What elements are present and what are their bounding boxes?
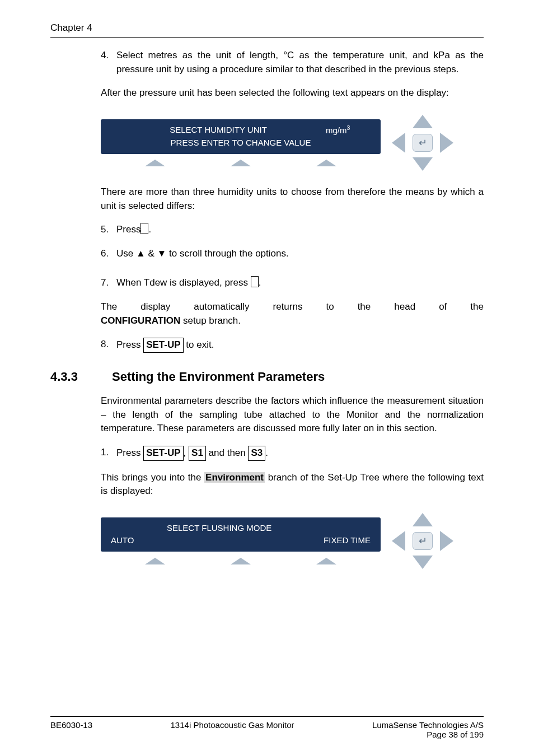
softkey-arrows (101, 558, 381, 564)
para-after-lcd1: There are more than three humidity units… (101, 185, 484, 213)
softkey-up-icon (145, 160, 165, 166)
section-heading: 4.3.3 Setting the Environment Parameters (50, 370, 484, 384)
lcd-line1-label: SELECT HUMIDITY UNIT (111, 124, 326, 137)
lcd-display-2: SELECT FLUSHING MODE AUTO FIXED TIME ↵ (101, 513, 484, 569)
footer-row: BE6030-13 1314i Photoacoustic Gas Monito… (50, 720, 484, 739)
body3: Environmental parameters describe the fa… (101, 394, 484, 498)
env-para2: This brings you into the Environment bra… (101, 471, 484, 498)
list-content: Press. (116, 223, 484, 237)
list-item-5: 5. Press. (101, 223, 484, 237)
lcd2-line1: SELECT FLUSHING MODE (144, 522, 371, 535)
lcd2-opt-right: FIXED TIME (324, 534, 371, 547)
list-content: When Tdew is displayed, press . (116, 276, 484, 290)
arrow-down-icon (413, 157, 433, 171)
softkey-up-icon (145, 558, 165, 564)
enter-key-icon (140, 223, 148, 234)
lcd-screen: SELECT HUMIDITY UNIT mg/m3 PRESS ENTER T… (101, 119, 381, 166)
lcd-display-1: SELECT HUMIDITY UNIT mg/m3 PRESS ENTER T… (101, 115, 484, 171)
env-para: Environmental parameters describe the fa… (101, 394, 484, 436)
arrow-right-icon (440, 133, 453, 153)
setup-key: SET-UP (143, 338, 183, 353)
softkey-arrows (101, 160, 381, 166)
dpad: ↵ (392, 115, 453, 171)
arrow-left-icon (392, 531, 405, 551)
setup-key: SET-UP (143, 446, 183, 461)
lcd-screen: SELECT FLUSHING MODE AUTO FIXED TIME (101, 517, 381, 564)
s1-key: S1 (189, 446, 206, 461)
header-rule (50, 37, 484, 38)
lcd2-line2: AUTO FIXED TIME (111, 534, 371, 547)
list-content: Use ▲ & ▼ to scroll through the options. (116, 247, 484, 261)
footer-rule (50, 716, 484, 717)
arrow-right-icon (440, 531, 453, 551)
list-num: 1. (101, 446, 116, 461)
arrow-left-icon (392, 133, 405, 153)
list-num: 6. (101, 247, 116, 261)
lcd-line1: SELECT HUMIDITY UNIT mg/m3 (111, 124, 371, 137)
lcd-dark-area: SELECT FLUSHING MODE AUTO FIXED TIME (101, 517, 381, 552)
list-item-1b: 1. Press SET-UP, S1 and then S3. (101, 446, 484, 461)
enter-icon: ↵ (419, 137, 427, 149)
page: Chapter 4 4. Select metres as the unit o… (0, 0, 534, 756)
footer-center: 1314i Photoacoustic Gas Monitor (171, 720, 294, 739)
softkey-up-icon (231, 160, 251, 166)
s3-key: S3 (248, 446, 265, 461)
list-item-7: 7. When Tdew is displayed, press . (101, 276, 484, 290)
lcd2-opt-left: AUTO (111, 534, 134, 547)
body2: There are more than three humidity units… (101, 185, 484, 353)
footer-left: BE6030-13 (50, 720, 92, 739)
para-config: The display automatically returns to the… (101, 300, 484, 314)
para-config-line2: CONFIGURATION setup branch. (101, 314, 484, 328)
list-content: Select metres as the unit of length, °C … (116, 49, 484, 76)
footer-right: LumaSense Technologies A/S Page 38 of 19… (372, 720, 484, 739)
arrow-up-icon (413, 115, 433, 128)
enter-icon: ↵ (419, 535, 427, 547)
arrow-down-icon (413, 556, 433, 569)
lcd-line1-value: mg/m3 (326, 124, 371, 137)
list-content: Press SET-UP, S1 and then S3. (116, 446, 484, 461)
para-after-4: After the pressure unit has been selecte… (101, 86, 484, 100)
environment-hl: Environment (204, 472, 265, 483)
dpad: ↵ (392, 513, 453, 569)
list-num: 7. (101, 276, 116, 290)
enter-button: ↵ (413, 532, 433, 550)
section-number: 4.3.3 (50, 370, 112, 384)
enter-button: ↵ (413, 134, 433, 152)
lcd-line2: PRESS ENTER TO CHANGE VALUE (111, 137, 371, 150)
list-item-4: 4. Select metres as the unit of length, … (101, 49, 484, 76)
arrow-up-icon (413, 513, 433, 526)
softkey-up-icon (316, 160, 336, 166)
header-chapter: Chapter 4 (50, 22, 484, 34)
list-content: Press SET-UP to exit. (116, 338, 484, 353)
list-item-6: 6. Use ▲ & ▼ to scroll through the optio… (101, 247, 484, 261)
list-num: 5. (101, 223, 116, 237)
list-num: 4. (101, 49, 116, 76)
list-num: 8. (101, 338, 116, 353)
lcd-dark-area: SELECT HUMIDITY UNIT mg/m3 PRESS ENTER T… (101, 119, 381, 154)
section-title: Setting the Environment Parameters (112, 370, 325, 384)
softkey-up-icon (316, 558, 336, 564)
footer: BE6030-13 1314i Photoacoustic Gas Monito… (50, 716, 484, 739)
enter-key-icon (251, 276, 259, 287)
body: 4. Select metres as the unit of length, … (101, 49, 484, 100)
list-item-8: 8. Press SET-UP to exit. (101, 338, 484, 353)
softkey-up-icon (231, 558, 251, 564)
